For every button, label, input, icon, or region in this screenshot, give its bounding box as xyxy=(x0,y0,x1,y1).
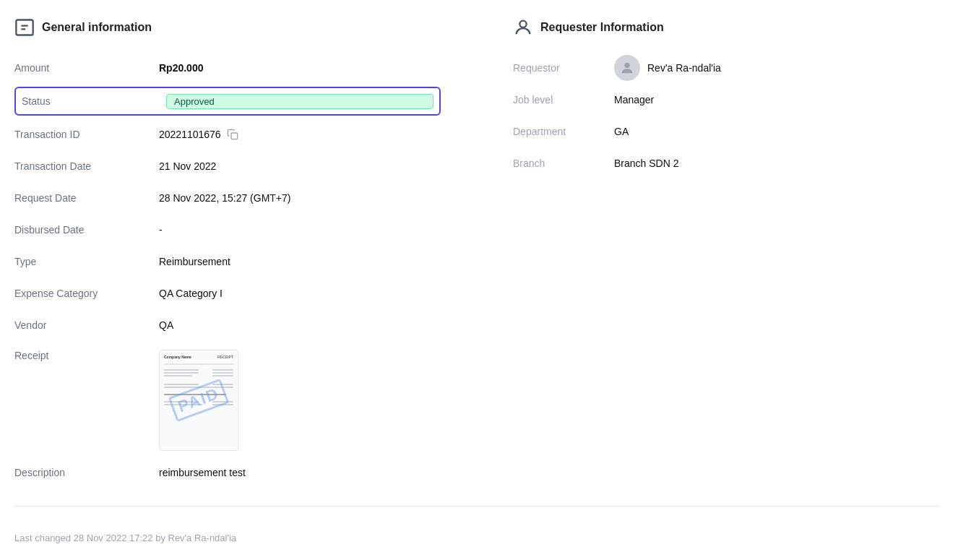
general-info-icon xyxy=(14,17,35,38)
branch-label: Branch xyxy=(513,158,614,169)
amount-value: Rp20.000 xyxy=(159,62,441,74)
transaction-id-row: Transaction ID 20221101676 xyxy=(14,121,441,147)
general-info-header: General information xyxy=(14,17,441,38)
copy-icon[interactable] xyxy=(227,129,238,140)
amount-label: Amount xyxy=(14,62,159,74)
status-row: Status Approved xyxy=(14,87,441,116)
svg-rect-0 xyxy=(16,20,33,35)
transaction-date-value: 21 Nov 2022 xyxy=(159,160,441,172)
type-row: Type Reimbursement xyxy=(14,249,441,275)
department-value: GA xyxy=(614,126,939,137)
avatar xyxy=(614,55,640,81)
amount-row: Amount Rp20.000 xyxy=(14,55,441,81)
svg-point-2 xyxy=(519,21,526,27)
general-info-title: General information xyxy=(42,21,152,34)
transaction-date-row: Transaction Date 21 Nov 2022 xyxy=(14,153,441,179)
expense-category-row: Expense Category QA Category I xyxy=(14,280,441,306)
requester-info-header: Requester Information xyxy=(513,17,939,38)
transaction-id-value-container: 20221101676 xyxy=(159,129,441,140)
job-level-label: Job level xyxy=(513,94,614,105)
svg-rect-1 xyxy=(231,133,238,139)
department-label: Department xyxy=(513,126,614,137)
department-row: Department GA xyxy=(513,119,939,145)
request-date-row: Request Date 28 Nov 2022, 15:27 (GMT+7) xyxy=(14,185,441,211)
tabs-row: Discussion Request history xyxy=(14,556,939,560)
expense-category-label: Expense Category xyxy=(14,288,159,299)
receipt-row-2 xyxy=(164,372,233,374)
vendor-label: Vendor xyxy=(14,319,159,331)
receipt-label: Receipt xyxy=(14,350,159,361)
transaction-date-label: Transaction Date xyxy=(14,160,159,172)
request-date-label: Request Date xyxy=(14,192,159,204)
requestor-label: Requestor xyxy=(513,62,614,74)
disbursed-date-value: - xyxy=(159,224,441,236)
receipt-row: Receipt Company Name RECEIPT xyxy=(14,344,441,451)
receipt-row-4 xyxy=(164,384,233,385)
branch-row: Branch Branch SDN 2 xyxy=(513,150,939,176)
requester-info-title: Requester Information xyxy=(540,21,664,34)
status-label: Status xyxy=(22,95,166,107)
vendor-row: Vendor QA xyxy=(14,312,441,338)
type-value: Reimbursement xyxy=(159,256,441,267)
request-date-value: 28 Nov 2022, 15:27 (GMT+7) xyxy=(159,192,441,204)
receipt-row-3 xyxy=(164,375,233,376)
description-label: Description xyxy=(14,467,159,478)
expense-category-value: QA Category I xyxy=(159,288,441,299)
receipt-image[interactable]: Company Name RECEIPT xyxy=(159,350,238,451)
description-row: Description reimbursement test xyxy=(14,460,441,486)
last-changed-text: Last changed 28 Nov 2022 17:22 by Rev'a … xyxy=(14,521,939,549)
status-badge: Approved xyxy=(166,94,433,109)
description-value: reimbursement test xyxy=(159,467,441,478)
transaction-id-value: 20221101676 xyxy=(159,129,221,140)
requestor-value: Rev'a Ra-ndal'ia xyxy=(647,62,721,74)
requestor-row: Requestor Rev'a Ra-ndal'ia xyxy=(513,55,939,81)
requestor-value-container: Rev'a Ra-ndal'ia xyxy=(614,55,939,81)
receipt-header-line: Company Name RECEIPT xyxy=(164,355,233,359)
disbursed-date-label: Disbursed Date xyxy=(14,224,159,236)
receipt-row-1 xyxy=(164,369,233,371)
vendor-value: QA xyxy=(159,319,441,331)
svg-point-3 xyxy=(624,63,629,68)
branch-value: Branch SDN 2 xyxy=(614,158,939,169)
job-level-row: Job level Manager xyxy=(513,87,939,113)
section-divider xyxy=(14,506,939,507)
requester-info-icon xyxy=(513,17,533,38)
receipt-divider-1 xyxy=(164,363,233,365)
type-label: Type xyxy=(14,256,159,267)
job-level-value: Manager xyxy=(614,94,939,105)
tab-request-history[interactable]: Request history xyxy=(92,556,191,560)
tab-discussion[interactable]: Discussion xyxy=(14,556,92,560)
transaction-id-label: Transaction ID xyxy=(14,129,159,140)
disbursed-date-row: Disbursed Date - xyxy=(14,217,441,243)
